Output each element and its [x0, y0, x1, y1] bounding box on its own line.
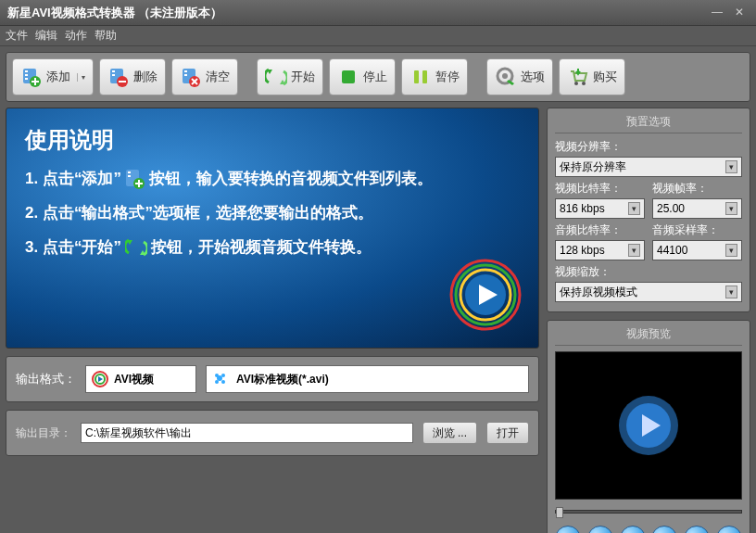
pause-button[interactable]: 暂停 — [401, 58, 468, 95]
open-button[interactable]: 打开 — [486, 422, 529, 444]
preview-panel-title: 视频预览 — [555, 326, 742, 346]
clear-button[interactable]: 清空 — [171, 58, 238, 95]
menu-file[interactable]: 文件 — [6, 28, 28, 44]
svg-rect-21 — [128, 171, 131, 173]
play-graphic — [449, 259, 522, 331]
output-format-row: 输出格式： AVI视频 AVI标准视频(*.avi) — [6, 356, 539, 402]
output-dir-label: 输出目录： — [16, 425, 71, 441]
volume-button[interactable] — [651, 526, 677, 533]
video-scale-label: 视频缩放： — [555, 264, 742, 280]
video-res-label: 视频分辨率： — [555, 139, 742, 155]
svg-point-18 — [574, 82, 578, 85]
buy-label: 购买 — [593, 69, 617, 85]
preview-panel: 视频预览 — [547, 320, 750, 533]
clear-label: 清空 — [206, 69, 230, 85]
clear-icon — [180, 66, 202, 88]
delete-icon — [107, 66, 130, 88]
browse-button[interactable]: 浏览 ... — [422, 422, 477, 444]
svg-rect-15 — [422, 70, 427, 83]
toolbar: 添加 删除 清空 开始 停止 暂停 选项 购买 — [6, 52, 750, 102]
pause-icon — [410, 66, 432, 88]
audio-bitrate-label: 音频比特率： — [555, 222, 645, 238]
svg-point-17 — [502, 73, 508, 79]
add-button[interactable]: 添加 — [12, 58, 94, 95]
svg-rect-2 — [25, 74, 28, 76]
preset-panel-title: 预置选项 — [555, 114, 742, 133]
video-fps-combo[interactable]: 25.00 — [652, 198, 742, 219]
output-dir-row: 输出目录： 浏览 ... 打开 — [6, 410, 539, 456]
window-title: 新星AVI视频格式转换器 （未注册版本） — [7, 5, 704, 21]
audio-sample-combo[interactable]: 44100 — [652, 240, 742, 260]
instruction-step-3: 3. 点击“开始” 按钮，开始视频音频文件转换。 — [25, 236, 520, 258]
video-bitrate-combo[interactable]: 816 kbps — [555, 198, 645, 219]
menubar: 文件 编辑 动作 帮助 — [0, 26, 756, 46]
delete-button[interactable]: 删除 — [99, 58, 166, 95]
preset-panel: 预置选项 视频分辨率： 保持原分辨率 视频比特率： 816 kbps 视频帧率：… — [547, 108, 750, 312]
svg-rect-7 — [112, 74, 115, 76]
svg-rect-6 — [112, 70, 115, 72]
video-scale-combo[interactable]: 保持原视频模式 — [555, 282, 742, 302]
player-pause-button[interactable] — [587, 526, 613, 533]
instructions-panel: 使用说明 1. 点击“添加” 按钮，输入要转换的音视频文件到列表。 2. 点击“… — [6, 108, 539, 349]
play-button[interactable] — [555, 526, 581, 533]
video-preview-area — [555, 351, 742, 500]
video-res-combo[interactable]: 保持原分辨率 — [555, 157, 742, 177]
pause-label: 暂停 — [435, 69, 460, 85]
stop-button[interactable]: 停止 — [329, 58, 396, 95]
refresh-icon — [125, 237, 147, 258]
stop-label: 停止 — [363, 69, 387, 85]
svg-rect-14 — [414, 70, 419, 83]
svg-rect-11 — [184, 74, 187, 76]
svg-point-19 — [582, 82, 586, 85]
minimize-button[interactable]: — — [708, 6, 726, 20]
gear-icon — [495, 66, 517, 88]
video-bitrate-label: 视频比特率： — [555, 181, 645, 197]
svg-point-31 — [221, 374, 225, 377]
avi-category-icon — [92, 371, 108, 387]
menu-action[interactable]: 动作 — [65, 28, 87, 44]
options-button[interactable]: 选项 — [486, 58, 553, 95]
options-label: 选项 — [521, 69, 545, 85]
output-format-detail[interactable]: AVI标准视频(*.avi) — [206, 365, 529, 393]
start-icon — [265, 66, 287, 88]
svg-rect-13 — [342, 70, 355, 83]
instruction-step-1: 1. 点击“添加” 按钮，输入要转换的音视频文件到列表。 — [25, 168, 520, 189]
output-dir-input[interactable] — [81, 423, 413, 443]
video-fps-label: 视频帧率： — [652, 181, 742, 197]
player-stop-button[interactable] — [620, 526, 646, 533]
instruction-step-2: 2. 点击“输出格式”选项框，选择您要输出的格式。 — [25, 202, 520, 223]
cart-icon — [567, 66, 589, 88]
svg-rect-3 — [25, 78, 28, 80]
start-label: 开始 — [291, 69, 315, 85]
buy-button[interactable]: 购买 — [559, 58, 625, 95]
svg-rect-22 — [128, 175, 131, 177]
add-label: 添加 — [46, 69, 70, 85]
start-button[interactable]: 开始 — [257, 58, 323, 95]
svg-point-33 — [221, 380, 225, 384]
add-icon — [20, 66, 43, 88]
stop-icon — [337, 66, 359, 88]
player-controls — [555, 526, 742, 533]
avi-detail-icon — [212, 371, 231, 387]
svg-rect-1 — [25, 70, 28, 72]
svg-point-34 — [217, 375, 222, 381]
audio-bitrate-combo[interactable]: 128 kbps — [555, 240, 645, 260]
audio-sample-label: 音频采样率： — [652, 222, 742, 238]
film-add-icon — [125, 169, 145, 189]
titlebar: 新星AVI视频格式转换器 （未注册版本） — ✕ — [0, 0, 756, 26]
svg-rect-10 — [184, 70, 187, 72]
svg-point-32 — [215, 380, 219, 384]
open-folder-button[interactable] — [716, 526, 742, 533]
menu-help[interactable]: 帮助 — [94, 28, 117, 44]
delete-label: 删除 — [133, 69, 158, 85]
seek-slider[interactable] — [555, 505, 742, 518]
output-format-label: 输出格式： — [16, 371, 76, 387]
instructions-heading: 使用说明 — [25, 125, 520, 155]
snapshot-button[interactable] — [684, 526, 710, 533]
menu-edit[interactable]: 编辑 — [35, 28, 57, 44]
close-button[interactable]: ✕ — [730, 6, 749, 20]
output-format-category[interactable]: AVI视频 — [85, 365, 196, 393]
